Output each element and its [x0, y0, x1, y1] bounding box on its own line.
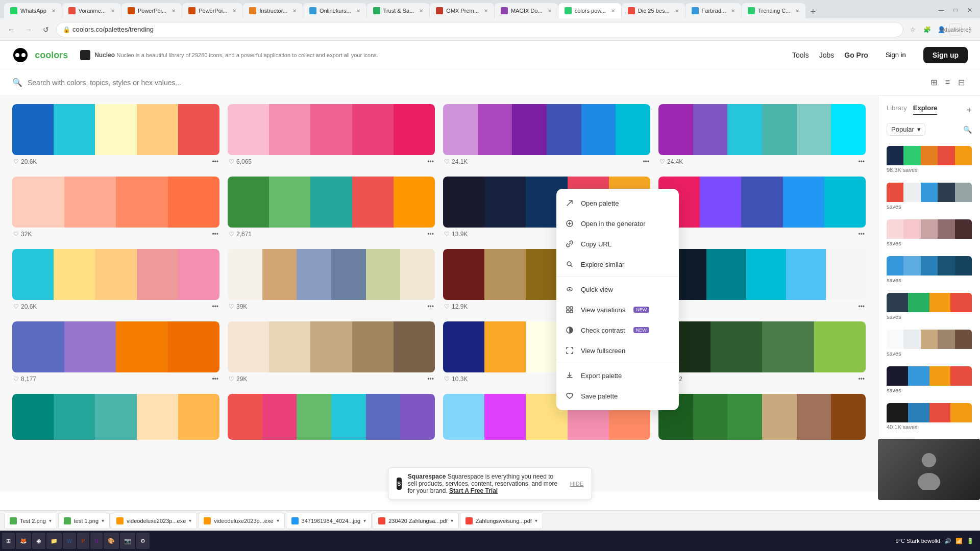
palette-card[interactable]: [658, 394, 866, 440]
add-button[interactable]: +: [966, 105, 972, 116]
grid-view-button[interactable]: ⊞: [927, 76, 940, 89]
more-icon[interactable]: •••: [427, 231, 434, 238]
palette-card[interactable]: [12, 394, 219, 440]
download-item-7[interactable]: Zahlungsweisung...pdf ▾: [460, 513, 543, 529]
tab-ppt2[interactable]: PowerPoi... ✕: [182, 3, 242, 18]
palette-card[interactable]: ♡ 8,177 •••: [12, 321, 219, 386]
palette-card[interactable]: ♡ 6,065 •••: [228, 104, 435, 168]
ad-cta-link[interactable]: Start A Free Trial: [449, 487, 498, 494]
sidebar-palette-6[interactable]: saves: [887, 330, 972, 358]
check-contrast-item[interactable]: Check contrast NEW: [556, 320, 679, 340]
palette-card[interactable]: ♡ 24.4K •••: [658, 104, 866, 168]
palette-card[interactable]: ♡ 2,671 •••: [228, 177, 435, 241]
tab-close-icon[interactable]: ✕: [232, 8, 236, 14]
download-item-3[interactable]: videodeluxe2023p...exe ▾: [111, 513, 197, 529]
tab-die25[interactable]: Die 25 bes... ✕: [622, 3, 685, 18]
taskbar-camera[interactable]: 📷: [120, 533, 135, 549]
search-input[interactable]: [28, 79, 922, 87]
palette-card[interactable]: ♡ — •••: [658, 177, 866, 241]
tab-close-icon[interactable]: ✕: [675, 8, 679, 14]
more-icon[interactable]: •••: [858, 231, 865, 238]
tab-instructor[interactable]: Instructor... ✕: [243, 3, 302, 18]
tab-close-icon[interactable]: ✕: [111, 8, 115, 14]
tab-trending[interactable]: Trending C... ✕: [742, 3, 805, 18]
sidebar-search-icon[interactable]: 🔍: [963, 126, 972, 134]
minimize-button[interactable]: —: [935, 4, 947, 16]
refresh-button[interactable]: ↺: [39, 22, 53, 37]
signup-button[interactable]: Sign up: [923, 47, 968, 63]
tab-onlinekurs[interactable]: Onlinekurs... ✕: [303, 3, 366, 18]
more-icon[interactable]: •••: [212, 303, 218, 310]
palette-card[interactable]: ♡ 20.6K •••: [12, 249, 219, 313]
tab-close-icon[interactable]: ✕: [52, 8, 56, 14]
sidebar-palette-1[interactable]: 98.3K saves: [887, 146, 972, 174]
tab-voranme[interactable]: Voranme... ✕: [62, 3, 121, 18]
tab-whatsapp[interactable]: WhatsApp ✕: [4, 3, 62, 18]
taskbar-firefox[interactable]: 🦊: [16, 533, 31, 549]
export-palette-item[interactable]: Export palette: [556, 365, 679, 386]
more-icon[interactable]: •••: [858, 303, 865, 310]
more-icon[interactable]: •••: [427, 303, 434, 310]
library-tab[interactable]: Library: [887, 104, 907, 115]
compact-view-button[interactable]: ⊟: [955, 76, 968, 89]
list-view-button[interactable]: ≡: [942, 76, 953, 89]
download-item-2[interactable]: test 1.png ▾: [58, 513, 110, 529]
tab-farbrad[interactable]: Farbrad... ✕: [685, 3, 742, 18]
tab-close-icon[interactable]: ✕: [419, 8, 423, 14]
tab-close-icon[interactable]: ✕: [172, 8, 176, 14]
sidebar-palette-2[interactable]: saves: [887, 183, 972, 211]
tools-link[interactable]: Tools: [792, 51, 809, 59]
tab-close-icon[interactable]: ✕: [731, 8, 735, 14]
extensions-icon[interactable]: 🧩: [921, 23, 933, 36]
update-button[interactable]: Aktualisieren: [949, 23, 962, 36]
site-logo[interactable]: coolors: [12, 47, 68, 63]
tab-magix[interactable]: MAGIX Do... ✕: [495, 3, 558, 18]
download-item-6[interactable]: 230420 Zahlungsa...pdf ▾: [373, 513, 459, 529]
tab-trust[interactable]: Trust & Sa... ✕: [367, 3, 430, 18]
ad-hide-button[interactable]: HIDE: [570, 481, 583, 487]
explore-tab[interactable]: Explore: [913, 104, 938, 115]
sidebar-palette-5[interactable]: saves: [887, 293, 972, 321]
palette-card[interactable]: ♡ 20.6K •••: [12, 104, 219, 168]
sidebar-palette-8[interactable]: 40.1K saves: [887, 403, 972, 432]
quick-view-item[interactable]: Quick view: [556, 279, 679, 299]
tab-close-icon[interactable]: ✕: [356, 8, 360, 14]
sidebar-palette-4[interactable]: saves: [887, 256, 972, 285]
palette-card[interactable]: ♡ 29K •••: [228, 321, 435, 386]
download-item-1[interactable]: Test 2.png ▾: [4, 513, 57, 529]
signin-button[interactable]: Sign in: [878, 48, 913, 62]
tab-close-icon[interactable]: ✕: [795, 8, 799, 14]
start-button[interactable]: ⊞: [2, 533, 15, 549]
settings-icon[interactable]: ⋮: [964, 23, 976, 36]
url-bar[interactable]: 🔒 coolors.co/palettes/trending: [56, 22, 903, 37]
tab-gmx[interactable]: GMX Prem... ✕: [430, 3, 494, 18]
more-icon[interactable]: •••: [427, 375, 434, 383]
palette-card[interactable]: [228, 394, 435, 440]
tab-ppt1[interactable]: PowerPoi... ✕: [121, 3, 182, 18]
palette-card[interactable]: ♡ 24.1K •••: [443, 104, 650, 168]
tab-close-icon[interactable]: ✕: [484, 8, 488, 14]
more-icon[interactable]: •••: [212, 375, 218, 383]
taskbar-paint[interactable]: 🎨: [104, 533, 119, 549]
palette-card[interactable]: ♡ — •••: [658, 249, 866, 313]
taskbar-explorer[interactable]: 📁: [46, 533, 62, 549]
jobs-link[interactable]: Jobs: [819, 51, 835, 59]
back-button[interactable]: ←: [4, 22, 18, 37]
popular-filter[interactable]: Popular ▾: [887, 123, 925, 136]
tab-colors-pow[interactable]: colors pow... ✕: [558, 3, 621, 18]
open-generator-item[interactable]: Open in the generator: [556, 213, 679, 234]
bookmark-icon[interactable]: ☆: [906, 23, 919, 36]
sidebar-palette-3[interactable]: saves: [887, 219, 972, 248]
palette-card[interactable]: ♡ 39K •••: [228, 249, 435, 313]
tab-close-icon[interactable]: ✕: [292, 8, 297, 14]
copy-url-item[interactable]: Copy URL: [556, 234, 679, 254]
tab-close-icon[interactable]: ✕: [548, 8, 552, 14]
close-browser-button[interactable]: ✕: [964, 4, 976, 16]
tab-close-icon[interactable]: ✕: [611, 8, 615, 14]
taskbar-word[interactable]: W: [63, 533, 76, 549]
more-icon[interactable]: •••: [427, 158, 434, 165]
more-icon[interactable]: •••: [858, 158, 865, 165]
more-icon[interactable]: •••: [212, 158, 218, 165]
gopro-link[interactable]: Go Pro: [844, 51, 868, 59]
taskbar-settings[interactable]: ⚙: [136, 533, 150, 549]
